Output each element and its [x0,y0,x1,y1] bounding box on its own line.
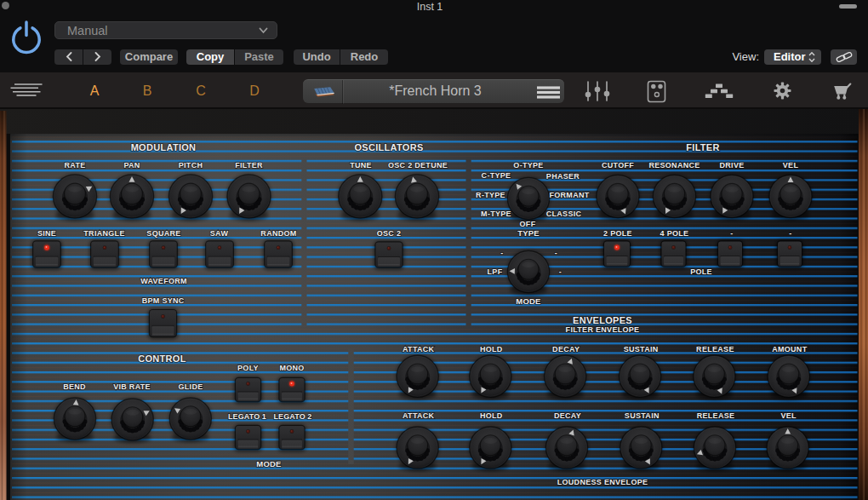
svg-text:O-TYPE: O-TYPE [513,161,543,170]
svg-text:LEGATO 1: LEGATO 1 [228,412,266,421]
svg-text:TUNE: TUNE [350,161,372,170]
svg-text:-: - [730,229,733,238]
svg-text:ATTACK: ATTACK [403,411,435,420]
svg-text:M-TYPE: M-TYPE [481,210,511,218]
svg-text:MONO: MONO [279,364,304,372]
svg-text:FILTER: FILTER [235,161,263,170]
svg-text:DECAY: DECAY [554,411,581,420]
svg-text:ENVELOPES: ENVELOPES [573,315,632,325]
svg-text:RANDOM: RANDOM [260,229,296,238]
svg-text:HOLD: HOLD [480,411,503,420]
svg-text:LOUDNESS ENVELOPE: LOUDNESS ENVELOPE [557,478,648,486]
svg-text:MODE: MODE [516,296,540,306]
svg-text:FILTER ENVELOPE: FILTER ENVELOPE [566,325,640,334]
svg-text:SAW: SAW [210,229,229,238]
svg-text:PHASER: PHASER [546,172,580,181]
svg-text:RATE: RATE [64,161,85,170]
svg-text:TYPE: TYPE [517,228,540,238]
svg-text:BEND: BEND [63,382,86,391]
svg-text:VIB RATE: VIB RATE [113,382,151,391]
svg-text:DECAY: DECAY [552,345,580,353]
svg-text:-: - [555,249,557,257]
svg-text:SUSTAIN: SUSTAIN [624,345,659,353]
svg-text:DRIVE: DRIVE [719,161,744,170]
svg-text:POLY: POLY [237,364,259,372]
svg-text:PITCH: PITCH [179,161,203,170]
svg-text:R-TYPE: R-TYPE [476,191,505,199]
svg-text:SUSTAIN: SUSTAIN [625,411,660,420]
svg-text:PAN: PAN [123,161,140,170]
svg-text:RELEASE: RELEASE [696,345,734,353]
svg-text:OFF: OFF [520,220,536,228]
svg-text:FORMANT: FORMANT [549,191,589,199]
svg-text:RESONANCE: RESONANCE [648,161,700,170]
svg-text:-: - [559,267,562,276]
svg-text:RELEASE: RELEASE [697,411,735,420]
svg-text:MODE: MODE [256,459,281,468]
svg-text:AMOUNT: AMOUNT [772,345,807,353]
svg-text:LEGATO 2: LEGATO 2 [274,412,312,421]
svg-text:BPM SYNC: BPM SYNC [142,296,185,305]
svg-text:ATTACK: ATTACK [403,345,435,353]
svg-text:CUTOFF: CUTOFF [602,161,634,170]
svg-text:LPF: LPF [488,267,503,276]
svg-text:FILTER: FILTER [686,142,719,152]
svg-text:4 POLE: 4 POLE [660,229,689,238]
svg-text:-: - [500,249,503,257]
svg-text:-: - [789,229,791,238]
svg-text:VEL: VEL [783,161,799,170]
svg-text:2 POLE: 2 POLE [603,229,632,238]
svg-text:SQUARE: SQUARE [146,229,180,238]
svg-text:MODULATION: MODULATION [131,142,197,152]
svg-text:CLASSIC: CLASSIC [546,210,582,218]
svg-text:TRIANGLE: TRIANGLE [83,229,124,238]
svg-text:WAVEFORM: WAVEFORM [140,277,187,285]
svg-text:OSC 2: OSC 2 [377,229,402,238]
svg-text:GLIDE: GLIDE [178,382,203,391]
svg-text:POLE: POLE [690,267,712,276]
svg-text:HOLD: HOLD [480,345,503,353]
svg-text:C-TYPE: C-TYPE [482,171,511,180]
svg-text:OSC 2 DETUNE: OSC 2 DETUNE [388,161,448,170]
svg-text:VEL: VEL [780,411,797,420]
svg-text:OSCILLATORS: OSCILLATORS [354,142,423,152]
svg-text:SINE: SINE [37,229,56,238]
svg-text:CONTROL: CONTROL [138,353,186,364]
